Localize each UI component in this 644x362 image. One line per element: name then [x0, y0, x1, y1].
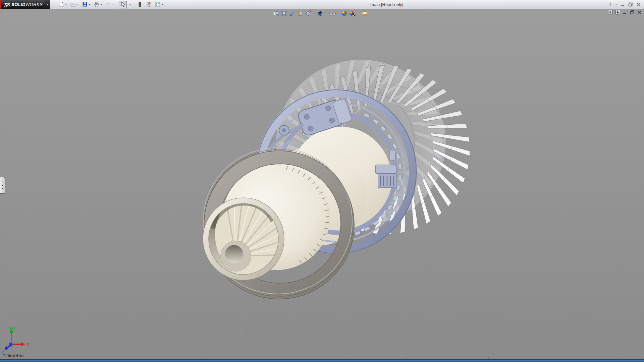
view-orientation-icon: [305, 10, 311, 16]
jet-engine-3d-model[interactable]: Y X Z: [0, 9, 644, 362]
minimize-button[interactable]: [621, 2, 625, 7]
document-title: main [Read-only]: [165, 2, 609, 7]
dropdown-caret-icon: [77, 4, 79, 5]
tools-toolbar: [136, 1, 165, 8]
open-folder-icon: [70, 2, 76, 7]
hide-show-items-button[interactable]: [328, 10, 336, 17]
collapse-arrow-icon: ◂: [2, 184, 3, 187]
heads-up-view-toolbar: [272, 10, 369, 17]
help-button[interactable]: ?: [609, 2, 612, 7]
rebuild-traffic-light-icon: [137, 2, 143, 7]
previous-view-icon: [289, 10, 295, 16]
new-document-icon: [59, 2, 64, 7]
display-style-icon: [317, 10, 323, 16]
svg-text:X: X: [26, 342, 30, 347]
options-checklist-icon: [155, 2, 160, 7]
collapse-arrow-icon: ◂: [2, 181, 3, 183]
document-window-controls: [608, 10, 642, 14]
file-properties-icon: [146, 2, 152, 7]
select-cursor-icon: [120, 2, 125, 7]
appearance-ball-icon: [341, 10, 347, 16]
dropdown-caret-icon: [161, 4, 163, 5]
next-pane-button[interactable]: [615, 10, 620, 14]
restore-icon: [630, 10, 635, 14]
menu-expand-button[interactable]: ▸: [45, 0, 50, 9]
restore-document-button[interactable]: [630, 10, 635, 14]
apply-scene-icon: [349, 10, 356, 16]
options-button[interactable]: [154, 1, 165, 8]
logo-red-accent: [0, 0, 1, 9]
edit-appearance-button[interactable]: [340, 10, 348, 17]
zoom-to-fit-button[interactable]: [272, 10, 280, 17]
arrow-left-icon: [609, 11, 612, 14]
restore-button[interactable]: [628, 2, 633, 7]
select-tool-button[interactable]: [119, 1, 127, 8]
svg-text:Y: Y: [13, 326, 16, 331]
dropdown-caret-icon: [129, 4, 131, 5]
solidworks-logo-icon: ƷS: [4, 2, 10, 7]
brand-solid: SOLID: [11, 2, 25, 7]
print-button[interactable]: [93, 1, 104, 8]
dropdown-caret-icon: [100, 4, 102, 5]
brand-works: WORKS: [25, 2, 43, 7]
minimize-document-button[interactable]: [623, 10, 627, 14]
standard-toolbar: [57, 1, 115, 8]
print-icon: [94, 2, 99, 7]
display-style-button[interactable]: [316, 10, 324, 17]
solidworks-logo: ƷS SOLID WORKS: [0, 0, 45, 9]
restore-icon: [628, 2, 633, 7]
title-bar: ƷS SOLID WORKS ▸: [0, 0, 644, 9]
zoom-to-area-icon: [281, 10, 287, 16]
dropdown-caret-icon: [89, 4, 91, 5]
new-document-button[interactable]: [57, 1, 68, 8]
undo-icon: [106, 2, 111, 7]
rebuild-button[interactable]: [136, 1, 144, 8]
undo-button[interactable]: [104, 1, 115, 8]
view-settings-icon: [362, 10, 368, 16]
zoom-to-fit-icon: [273, 10, 279, 16]
section-view-icon: [297, 10, 303, 16]
taskbar-top-edge: [0, 359, 644, 362]
collapse-arrow-icon: ◂: [2, 187, 3, 190]
orientation-triad-icon: Y X Z: [2, 326, 30, 355]
select-dropdown-button[interactable]: [127, 1, 132, 8]
file-properties-button[interactable]: [145, 1, 153, 8]
section-view-button[interactable]: [296, 10, 304, 17]
apply-scene-button[interactable]: [348, 10, 357, 17]
save-button[interactable]: [81, 1, 92, 8]
minimize-icon: [621, 2, 625, 7]
help-icon: ?: [609, 2, 612, 7]
view-orientation-label: *Dimetric: [3, 353, 24, 358]
dropdown-caret-icon: [112, 4, 114, 5]
view-settings-button[interactable]: [361, 10, 369, 17]
zoom-to-area-button[interactable]: [280, 10, 288, 17]
feature-manager-collapsed-tab[interactable]: ◂ ◂ ◂: [0, 177, 5, 194]
close-icon: [636, 2, 641, 7]
app-window-controls: ?: [609, 2, 644, 7]
save-floppy-icon: [82, 2, 88, 7]
dropdown-caret-icon: [65, 4, 67, 5]
status-bar-edge: [0, 359, 644, 362]
help-dropdown-caret-icon[interactable]: [615, 4, 617, 5]
previous-view-button[interactable]: [288, 10, 296, 17]
open-button[interactable]: [69, 1, 80, 8]
close-button[interactable]: [636, 2, 641, 7]
close-icon: [637, 10, 642, 14]
status-divider-line: [0, 359, 644, 359]
arrow-right-icon: [616, 11, 619, 14]
view-orientation-button[interactable]: [304, 10, 312, 17]
minimize-icon: [623, 10, 627, 14]
eyeglasses-icon: [329, 10, 336, 16]
select-toolbar: [119, 1, 132, 8]
previous-pane-button[interactable]: [608, 10, 613, 14]
graphics-viewport[interactable]: Y X Z: [0, 9, 644, 362]
menu-expand-arrow-icon: ▸: [47, 3, 49, 6]
close-document-button[interactable]: [637, 10, 642, 14]
